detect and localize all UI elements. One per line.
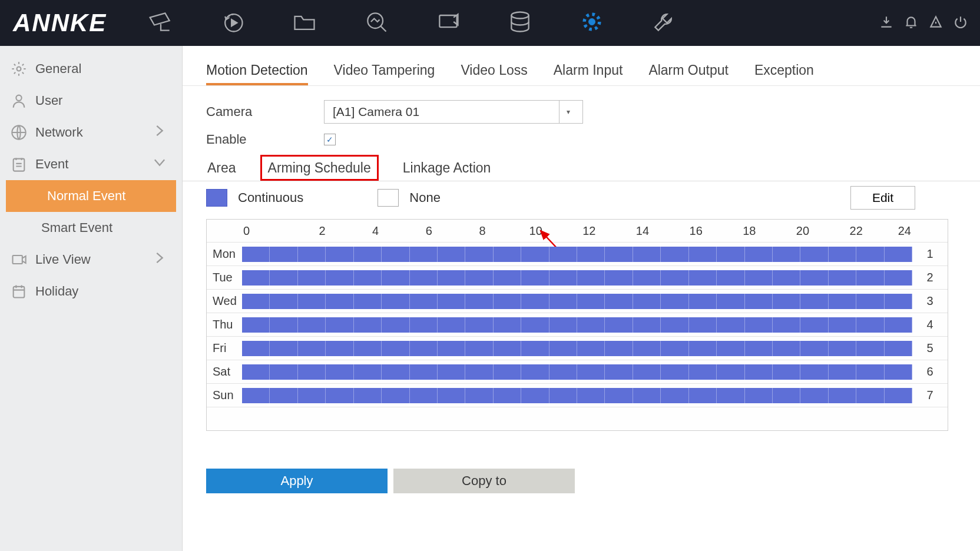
analytics-icon[interactable]	[363, 9, 389, 38]
subtab-linkage-action[interactable]: Linkage Action	[402, 155, 492, 181]
topbar-right	[879, 14, 968, 32]
sidebar-label: Live View	[35, 252, 91, 267]
none-label: None	[409, 190, 441, 205]
hour-label: 10	[509, 224, 562, 238]
continuous-swatch	[206, 189, 227, 207]
tab-exception[interactable]: Exception	[754, 58, 814, 85]
copy-to-button[interactable]: Copy to	[393, 469, 575, 493]
hour-label: 4	[349, 224, 402, 238]
subtab-arming-schedule[interactable]: Arming Schedule	[262, 155, 377, 181]
subtab-area[interactable]: Area	[206, 155, 237, 181]
bell-icon[interactable]	[903, 14, 919, 32]
svg-point-1	[368, 13, 383, 28]
storage-icon[interactable]	[507, 9, 533, 38]
dropdown-arrow-icon: ▾	[559, 101, 577, 123]
playback-icon[interactable]	[220, 9, 246, 38]
sidebar-item-general[interactable]: General	[0, 53, 182, 85]
tab-motion-detection[interactable]: Motion Detection	[206, 58, 308, 85]
tab-alarm-input[interactable]: Alarm Input	[554, 58, 623, 85]
folder-icon[interactable]	[292, 9, 317, 38]
sidebar-label: Holiday	[35, 284, 78, 299]
chevron-right-icon	[151, 250, 168, 270]
alert-icon[interactable]	[928, 14, 943, 32]
day-num: 7	[912, 389, 948, 402]
day-num: 2	[912, 271, 948, 284]
legend: Continuous None Edit	[183, 181, 980, 214]
schedule-row-fri[interactable]: Fri 5	[207, 336, 948, 360]
settings-icon[interactable]	[579, 9, 605, 38]
hour-label: 18	[723, 224, 776, 238]
camera-select[interactable]: [A1] Camera 01 ▾	[324, 100, 583, 124]
topbar-nav	[148, 9, 879, 38]
main-content: Motion Detection Video Tampering Video L…	[183, 46, 980, 551]
schedule-bar[interactable]	[242, 388, 912, 403]
download-icon[interactable]	[879, 14, 894, 32]
hour-label: 0	[242, 224, 296, 238]
apply-button[interactable]: Apply	[206, 469, 388, 493]
schedule-row-thu[interactable]: Thu 4	[207, 313, 948, 336]
hour-label: 24	[883, 224, 912, 238]
sidebar-item-user[interactable]: User	[0, 85, 182, 117]
event-tabs: Motion Detection Video Tampering Video L…	[183, 58, 980, 86]
day-num: 3	[912, 294, 948, 308]
sidebar-sub-label: Normal Event	[47, 188, 125, 204]
enable-checkbox[interactable]: ✓	[324, 134, 336, 145]
schedule-row-mon[interactable]: Mon 1	[207, 242, 948, 265]
power-icon[interactable]	[953, 14, 968, 32]
day-name: Mon	[207, 247, 242, 261]
tab-alarm-output[interactable]: Alarm Output	[648, 58, 729, 85]
topbar: ANNKE	[0, 0, 980, 46]
sidebar-sub-label: Smart Event	[41, 220, 112, 235]
day-name: Fri	[207, 341, 242, 355]
schedule-row-sat[interactable]: Sat 6	[207, 360, 948, 383]
hour-label: 20	[776, 224, 830, 238]
schedule-bar[interactable]	[242, 341, 912, 356]
sidebar-sub-normal-event[interactable]: Normal Event	[6, 180, 176, 212]
sidebar: General User Network Event Normal Event …	[0, 46, 183, 551]
subtab-label-highlighted: Arming Schedule	[263, 158, 376, 178]
svg-point-4	[589, 18, 595, 25]
hour-label: 8	[456, 224, 509, 238]
sidebar-item-network[interactable]: Network	[0, 117, 182, 148]
display-icon[interactable]	[435, 9, 461, 38]
brand-logo: ANNKE	[13, 9, 107, 37]
day-name: Tue	[207, 271, 242, 284]
schedule-empty-row	[207, 407, 948, 430]
hour-label: 12	[562, 224, 616, 238]
schedule-bar[interactable]	[242, 270, 912, 286]
tab-video-loss[interactable]: Video Loss	[461, 58, 527, 85]
svg-rect-11	[14, 287, 25, 298]
sidebar-sub-smart-event[interactable]: Smart Event	[0, 212, 182, 244]
schedule-row-tue[interactable]: Tue 2	[207, 265, 948, 289]
day-name: Sat	[207, 365, 242, 379]
svg-point-6	[17, 67, 21, 71]
tab-video-tampering[interactable]: Video Tampering	[334, 58, 435, 85]
schedule-bar[interactable]	[242, 364, 912, 380]
hour-label: 14	[616, 224, 670, 238]
hour-label: 6	[402, 224, 456, 238]
day-num: 5	[912, 341, 948, 355]
sidebar-item-holiday[interactable]: Holiday	[0, 276, 182, 307]
edit-button[interactable]: Edit	[850, 186, 915, 210]
camera-icon[interactable]	[148, 9, 174, 38]
enable-label: Enable	[206, 132, 324, 147]
sidebar-item-liveview[interactable]: Live View	[0, 244, 182, 276]
schedule-bar[interactable]	[242, 317, 912, 333]
chevron-down-icon	[151, 154, 168, 174]
schedule-grid[interactable]: 0 2 4 6 8 10 12 14 16 18 20 22 24 Mon 1	[206, 219, 948, 431]
continuous-label: Continuous	[238, 190, 303, 205]
maintenance-icon[interactable]	[651, 9, 677, 38]
svg-rect-9	[14, 159, 25, 171]
none-swatch	[378, 189, 399, 207]
sidebar-label: Network	[35, 125, 83, 140]
bottom-buttons: Apply Copy to	[206, 469, 980, 493]
sidebar-item-event[interactable]: Event	[0, 148, 182, 180]
schedule-bar[interactable]	[242, 294, 912, 309]
schedule-bar[interactable]	[242, 247, 912, 262]
schedule-row-sun[interactable]: Sun 7	[207, 383, 948, 407]
schedule-row-wed[interactable]: Wed 3	[207, 289, 948, 313]
camera-label: Camera	[206, 104, 324, 120]
chevron-right-icon	[151, 122, 168, 142]
detection-subtabs: Area Arming Schedule Linkage Action	[183, 155, 980, 181]
hour-label: 2	[296, 224, 349, 238]
